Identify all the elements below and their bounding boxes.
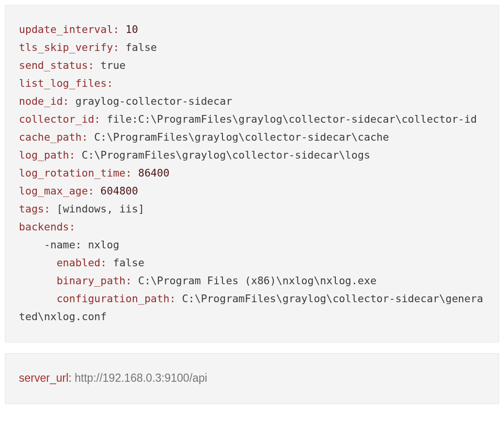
value-tags: [windows, iis] <box>57 203 144 215</box>
value-log-max-age: 604800 <box>100 185 138 197</box>
value-enabled: false <box>113 257 144 269</box>
key-cache-path: cache_path: <box>19 131 88 143</box>
value-node-id: graylog-collector-sidecar <box>76 95 233 107</box>
key-update-interval: update_interval: <box>19 23 119 35</box>
server-url-block: server_url: http://192.168.0.3:9100/api <box>5 353 499 404</box>
value-log-rotation-time: 86400 <box>138 167 170 179</box>
indent-1 <box>19 257 57 269</box>
value-update-interval: 10 <box>126 23 138 35</box>
key-binary-path: binary_path: <box>57 275 132 287</box>
value-server-url: http://192.168.0.3:9100/api <box>75 372 207 384</box>
key-configuration-path: configuration_path: <box>57 293 176 305</box>
backend-name-prefix: -name: <box>19 239 88 251</box>
key-server-url: server_url: <box>19 372 72 384</box>
value-send-status: true <box>100 59 126 71</box>
key-tags: tags: <box>19 203 50 215</box>
key-backends: backends: <box>19 221 76 233</box>
indent-3 <box>19 293 57 305</box>
value-collector-id: file:C:\ProgramFiles\graylog\collector-s… <box>107 113 477 125</box>
value-cache-path: C:\ProgramFiles\graylog\collector-sideca… <box>94 131 389 143</box>
key-collector-id: collector_id: <box>19 113 100 125</box>
config-code-block: update_interval: 10 tls_skip_verify: fal… <box>5 5 499 342</box>
key-send-status: send_status: <box>19 59 94 71</box>
key-tls-skip-verify: tls_skip_verify: <box>19 41 119 53</box>
key-enabled: enabled: <box>57 257 107 269</box>
key-node-id: node_id: <box>19 95 69 107</box>
key-log-rotation-time: log_rotation_time: <box>19 167 132 179</box>
value-tls-skip-verify: false <box>126 41 157 53</box>
key-log-path: log_path: <box>19 149 76 161</box>
value-log-path: C:\ProgramFiles\graylog\collector-sideca… <box>81 149 370 161</box>
key-log-max-age: log_max_age: <box>19 185 94 197</box>
key-list-log-files: list_log_files: <box>19 77 113 89</box>
indent-2 <box>19 275 57 287</box>
backend-name-value: nxlog <box>88 239 119 251</box>
value-binary-path: C:\Program Files (x86)\nxlog\nxlog.exe <box>138 275 377 287</box>
